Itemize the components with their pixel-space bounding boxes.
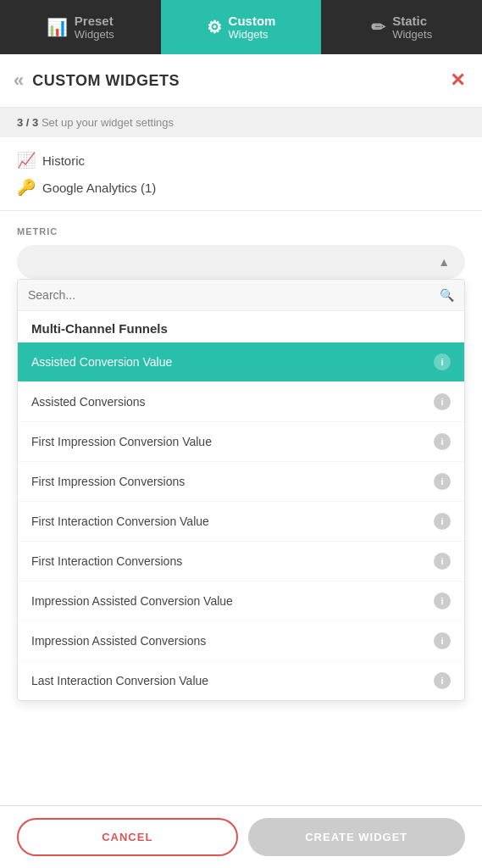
metric-item-first-interaction-conversions[interactable]: First Interaction Conversions i [18,542,464,581]
info-icon-5[interactable]: i [434,553,451,570]
back-arrow-icon[interactable]: « [14,71,24,90]
info-icon-1[interactable]: i [434,393,451,410]
static-tab-label: Static [392,14,427,28]
metric-item-label: First Interaction Conversion Value [31,515,209,528]
historic-icon: 📈 [17,151,36,170]
preset-tab-label: Preset [75,14,114,28]
tab-static[interactable]: ✏ Static Widgets [321,0,482,54]
preset-icon: 📊 [47,19,68,36]
preset-tab-sublabel: Widgets [75,28,114,41]
metric-item-label: First Interaction Conversions [31,554,182,568]
step-description: Set up your widget settings [42,116,174,129]
tab-preset[interactable]: 📊 Preset Widgets [0,0,161,54]
metric-item-last-interaction-conversion-value[interactable]: Last Interaction Conversion Value i [18,661,464,700]
top-nav: 📊 Preset Widgets ⚙ Custom Widgets ✏ Stat… [0,0,482,54]
historic-label: Historic [42,153,85,168]
static-tab-sublabel: Widgets [392,28,432,41]
info-icon-6[interactable]: i [434,593,451,609]
metric-group-header: Multi-Channel Funnels [18,311,464,342]
info-icon-4[interactable]: i [434,513,451,530]
custom-tab-sublabel: Widgets [229,28,269,41]
metric-dropdown-panel: 🔍 Multi-Channel Funnels Assisted Convers… [17,279,465,701]
metric-item-assisted-conversion-value[interactable]: Assisted Conversion Value i [18,342,464,382]
create-widget-button[interactable]: CREATE WIDGET [248,818,466,856]
main-content: « CUSTOM WIDGETS ✕ 3 / 3 Set up your wid… [0,54,482,868]
metric-item-label: First Impression Conversions [31,475,185,488]
search-input[interactable] [28,288,433,302]
info-icon-7[interactable]: i [434,632,451,649]
custom-tab-label: Custom [229,14,276,28]
metric-dropdown-trigger[interactable]: ▲ [17,245,465,279]
info-icon-0[interactable]: i [434,353,451,370]
custom-icon: ⚙ [207,19,222,36]
info-icon-3[interactable]: i [434,473,451,490]
metric-item-impression-assisted-conversions[interactable]: Impression Assisted Conversions i [18,621,464,661]
metric-item-label: First Impression Conversion Value [31,435,212,448]
close-button[interactable]: ✕ [450,70,465,92]
google-analytics-item: 🔑 Google Analytics (1) [17,178,465,197]
info-icon-2[interactable]: i [434,433,451,450]
cancel-button[interactable]: CANCEL [17,818,238,856]
step-number: 3 / 3 [17,116,38,129]
metric-item-assisted-conversions[interactable]: Assisted Conversions i [18,382,464,422]
bottom-bar: CANCEL CREATE WIDGET [0,805,482,868]
metric-item-label: Impression Assisted Conversions [31,634,206,648]
widget-info: 📈 Historic 🔑 Google Analytics (1) [0,137,482,211]
metric-section: METRIC ▲ 🔍 Multi-Channel Funnels Assiste… [0,211,482,701]
metric-item-label: Impression Assisted Conversion Value [31,594,233,608]
page-title: CUSTOM WIDGETS [32,72,180,90]
google-analytics-label: Google Analytics (1) [42,181,156,195]
search-box: 🔍 [18,280,464,311]
google-analytics-icon: 🔑 [17,178,36,197]
search-icon: 🔍 [440,288,454,302]
metric-item-label: Assisted Conversion Value [31,355,172,369]
info-icon-8[interactable]: i [434,672,451,689]
panel-header: « CUSTOM WIDGETS ✕ [0,54,482,108]
step-indicator: 3 / 3 Set up your widget settings [0,108,482,137]
metric-item-label: Last Interaction Conversion Value [31,674,208,687]
historic-item: 📈 Historic [17,151,465,170]
metric-label: METRIC [17,226,465,236]
tab-custom[interactable]: ⚙ Custom Widgets [161,0,322,54]
static-icon: ✏ [371,19,385,36]
metric-item-first-impression-conversions[interactable]: First Impression Conversions i [18,462,464,502]
chevron-up-icon: ▲ [438,255,450,269]
metric-item-first-interaction-conversion-value[interactable]: First Interaction Conversion Value i [18,502,464,542]
metric-item-impression-assisted-conversion-value[interactable]: Impression Assisted Conversion Value i [18,581,464,621]
metric-item-first-impression-conversion-value[interactable]: First Impression Conversion Value i [18,422,464,462]
metric-item-label: Assisted Conversions [31,395,146,409]
